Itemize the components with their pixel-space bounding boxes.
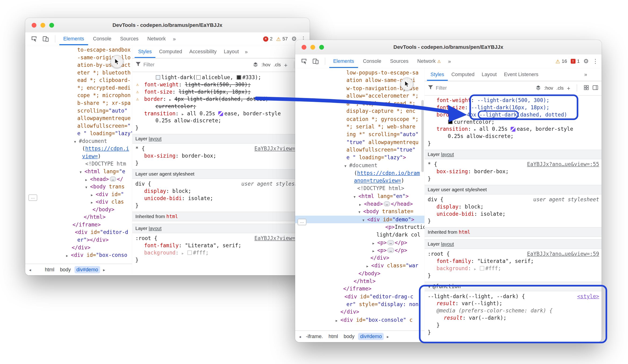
tab-sources[interactable]: Sources xyxy=(116,32,143,45)
source-link[interactable]: https://cdpn.io/bram xyxy=(357,170,420,176)
source-link[interactable]: view= xyxy=(82,153,98,159)
style-declaration-row[interactable]: unicode-bidi: isolate; xyxy=(424,210,601,218)
more-sidebar-tabs-icon[interactable]: » xyxy=(582,68,589,81)
style-declaration-row[interactable]: } xyxy=(424,322,601,329)
style-declaration-row[interactable]: font-size: --light-dark(16px, 18px); xyxy=(424,104,601,111)
style-declaration-row[interactable]: } xyxy=(424,329,601,336)
source-link[interactable]: EaYBJJx?view= xyxy=(254,235,295,242)
dom-tree-row[interactable]: ▼<body translate= xyxy=(295,208,424,216)
breadcrumb-scroll-left[interactable]: ◂ xyxy=(297,334,303,339)
element-classes-button[interactable]: .cls xyxy=(274,62,281,68)
ellipsis-pill[interactable]: … xyxy=(384,201,390,206)
disclosure-triangle-icon[interactable]: ▶ xyxy=(359,201,364,208)
minimize-button[interactable] xyxy=(310,45,315,50)
console-errors-badge[interactable]: × 2 xyxy=(263,36,273,42)
toggle-element-state-button[interactable]: :hov xyxy=(261,62,270,68)
style-declaration-row[interactable]: div {user agent stylesheet xyxy=(132,181,310,188)
kebab-menu-icon[interactable]: ⋮ xyxy=(592,58,598,65)
dom-tree-row[interactable]: <!DOCTYPE htm xyxy=(25,160,132,168)
bezier-editor-icon[interactable] xyxy=(511,127,516,132)
disclosure-triangle-icon[interactable]: ▼ xyxy=(80,168,85,176)
style-declaration-row[interactable]: transition: ▶all 0.25s ease, border-styl… xyxy=(132,110,310,117)
style-declaration-row[interactable]: } xyxy=(132,202,310,209)
tab-elements[interactable]: Elements xyxy=(329,55,358,68)
style-declaration-row[interactable]: --light-dark(--light, --dark) {<style> xyxy=(424,293,601,300)
source-link[interactable]: anon=true&view= xyxy=(354,178,401,184)
dom-tree-row[interactable]: er" style="display: non xyxy=(295,301,424,308)
close-button[interactable] xyxy=(32,23,36,28)
source-link[interactable]: https://cdpn.i xyxy=(85,146,129,152)
style-declaration-row[interactable]: currentcolor; xyxy=(132,103,310,110)
inspect-icon[interactable] xyxy=(299,57,309,66)
source-link[interactable]: layout xyxy=(149,226,161,231)
dom-tree-row[interactable]: ▶<div class="war xyxy=(295,262,424,269)
tab-layout[interactable]: Layout xyxy=(478,68,500,81)
dom-tree-row[interactable]: anon=true&view=) xyxy=(295,177,424,185)
style-declaration-row[interactable]: } xyxy=(424,218,601,225)
tab-computed[interactable]: Computed xyxy=(156,45,186,58)
breadcrumb-item-selected[interactable]: div#demo xyxy=(358,333,384,340)
disclosure-triangle-icon[interactable]: ▼ xyxy=(85,184,90,191)
tab-layout[interactable]: Layout xyxy=(220,45,242,58)
dom-tree-row[interactable]: ▶<p>…</p> xyxy=(295,239,424,246)
dom-tree-row[interactable]: <p>Instruction xyxy=(295,223,424,231)
dom-tree-row[interactable]: </iframe> xyxy=(295,285,424,293)
source-link[interactable]: layout xyxy=(441,241,454,247)
style-declaration-row[interactable]: font-family: "Literata", serif; xyxy=(132,242,310,249)
dom-tree-row[interactable]: e " loading="lazy" xyxy=(25,129,132,137)
dom-tree-row[interactable]: ▼#document xyxy=(295,162,424,169)
dom-tree-row[interactable]: ▼<body trans xyxy=(25,183,132,190)
disclosure-triangle-icon[interactable]: ▼ xyxy=(359,208,363,216)
dom-tree-row[interactable]: *; serial *; web-share xyxy=(295,123,424,130)
close-button[interactable] xyxy=(302,45,307,50)
breadcrumb-scroll-right[interactable]: ▸ xyxy=(385,334,391,339)
dom-tree-row[interactable]: eter *; bluetooth xyxy=(25,69,132,77)
expand-shorthand-icon[interactable]: ▶ xyxy=(182,250,187,257)
dom-tree-row[interactable]: </html> xyxy=(25,213,132,221)
source-link[interactable]: layout xyxy=(441,152,454,157)
style-declaration-row[interactable]: @media (prefers-color-scheme: dark) { xyxy=(424,307,601,314)
tab-network[interactable]: Network⚠ xyxy=(413,55,445,68)
dom-tree-row[interactable]: ▶<div id=" xyxy=(25,190,132,198)
tab-accessibility[interactable]: Accessibility xyxy=(186,45,220,58)
dom-tree-row[interactable]: low-popups-to-escape-sa xyxy=(295,69,424,77)
style-declaration-row[interactable]: ⚠font-size: light-dark(16px, 18px); xyxy=(132,88,310,96)
dom-tree-row[interactable]: view=) xyxy=(25,152,132,160)
style-declaration-row[interactable]: * {EaYBJJx?ano…ue&view=:55 xyxy=(424,161,601,168)
dom-tree-row[interactable]: </div> xyxy=(295,254,424,262)
dom-tree-row[interactable]: e " loading="lazy"> xyxy=(295,154,424,161)
style-declaration-row[interactable]: background: ▶#fff; xyxy=(424,265,601,272)
tab-network[interactable]: Network xyxy=(143,32,170,45)
tab-console[interactable]: Console xyxy=(359,55,386,68)
style-declaration-row[interactable]: unicode-bidi: isolate; xyxy=(132,195,310,202)
disclosure-triangle-icon[interactable]: ▶ xyxy=(66,252,71,260)
toggle-element-state-button[interactable]: :hov xyxy=(544,85,553,91)
style-declaration-row[interactable]: ⚠border: ▶4px light-dark(dashed, dotted) xyxy=(132,96,310,103)
dom-tree-row[interactable]: ▶<p>…</p> xyxy=(295,246,424,254)
breadcrumb-scroll-left[interactable]: ◂ xyxy=(27,268,33,272)
style-declaration-row[interactable]: result: var(--dark); xyxy=(424,314,601,322)
console-warnings-badge[interactable]: ⚠ 57 xyxy=(276,36,288,42)
dom-tree-row[interactable]: a *; clipboard-read *; xyxy=(295,100,424,107)
disclosure-triangle-icon[interactable]: ▶ xyxy=(336,317,340,324)
dom-tree-row[interactable]: display-capture *; enc xyxy=(295,107,424,115)
disclosure-triangle-icon[interactable]: ▶ xyxy=(367,263,371,270)
more-tabs-icon[interactable]: » xyxy=(446,58,453,64)
disclosure-triangle-icon[interactable]: ▼ xyxy=(74,138,79,146)
style-declaration-row[interactable]: * {EaYBJJx?view= xyxy=(132,145,310,152)
tab-console[interactable]: Console xyxy=(89,32,115,45)
tab-event-listeners[interactable]: Event Listeners xyxy=(500,68,542,81)
tab-styles[interactable]: Styles xyxy=(135,45,156,58)
expand-shorthand-icon[interactable]: ▶ xyxy=(169,96,174,104)
color-swatch-icon[interactable] xyxy=(156,75,160,80)
dom-tree-row[interactable]: </div> xyxy=(295,308,424,316)
dom-tree-row[interactable]: scrolling="auto" xyxy=(25,107,132,115)
dom-tree-row[interactable]: ead *; clipboard- xyxy=(25,76,132,84)
style-declaration-row[interactable]: } xyxy=(424,175,601,182)
dom-tree-row[interactable]: allow="accelerometer *; xyxy=(295,92,424,100)
style-declaration-row[interactable]: :root {EaYBJJx?ano…ue&view=:59 xyxy=(424,250,601,258)
new-style-rule-button[interactable]: + xyxy=(567,84,570,91)
breadcrumb-scroll-right[interactable]: ▸ xyxy=(101,268,107,272)
breadcrumb-item-selected[interactable]: div#demo xyxy=(74,266,100,273)
style-declaration-row[interactable]: display: block; xyxy=(424,203,601,211)
